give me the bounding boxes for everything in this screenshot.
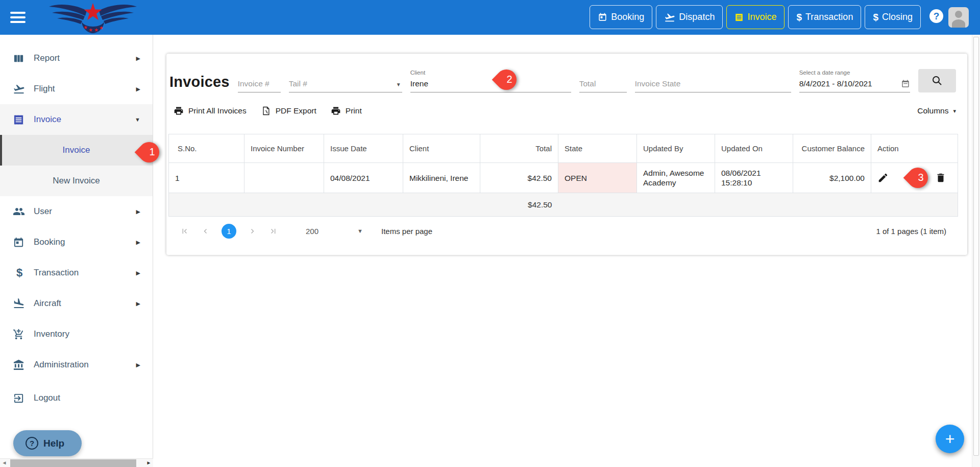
sidebar-subitem-new-invoice[interactable]: New Invoice <box>0 166 153 196</box>
help-label: Help <box>43 438 64 449</box>
print-invoice-icon[interactable] <box>906 172 917 183</box>
chevron-right-icon: ▶ <box>136 362 140 368</box>
flight-land-icon <box>13 297 26 310</box>
tail-dropdown-icon[interactable]: ▼ <box>396 82 401 87</box>
col-client[interactable]: Client <box>403 134 480 163</box>
hamburger-menu-icon[interactable] <box>10 12 26 23</box>
invoices-card: Invoices ▼ Client Select a date range <box>166 54 967 255</box>
col-customer-balance[interactable]: Customer Balance <box>793 134 871 163</box>
cell-invoice-number <box>244 163 324 193</box>
client-input[interactable] <box>410 79 571 88</box>
select-arrow-icon: ▼ <box>357 228 363 234</box>
page-size-select[interactable]: 200 ▼ <box>306 227 363 236</box>
tail-number-input[interactable] <box>289 79 402 88</box>
scroll-left-icon[interactable]: ◄ <box>0 459 9 467</box>
chevron-right-icon: ▶ <box>136 86 140 92</box>
bank-icon <box>13 359 26 371</box>
sidebar-subitem-invoice[interactable]: Invoice <box>0 135 153 166</box>
nav-transaction-button[interactable]: $ Transaction <box>788 5 861 29</box>
selected-indicator <box>0 135 2 166</box>
nav-dispatch-button[interactable]: Dispatch <box>656 5 723 29</box>
summary-row: $42.50 <box>169 193 958 217</box>
calendar-icon[interactable] <box>901 79 910 88</box>
sidebar-report-label: Report <box>34 53 60 63</box>
last-page-icon[interactable] <box>268 226 278 236</box>
sidebar-item-transaction[interactable]: $ Transaction ▶ <box>0 258 153 288</box>
col-invoice-number[interactable]: Invoice Number <box>244 134 324 163</box>
nav-invoice-button[interactable]: Invoice <box>726 5 785 29</box>
total-input[interactable] <box>579 79 627 88</box>
add-invoice-fab[interactable]: + <box>936 425 964 453</box>
items-per-page-label: Items per page <box>381 227 432 236</box>
sidebar-item-invoice[interactable]: Invoice ▼ <box>0 104 153 135</box>
sidebar-item-inventory[interactable]: Inventory <box>0 319 153 349</box>
pdf-export-label: PDF Export <box>276 106 316 115</box>
col-updated-on[interactable]: Updated On <box>715 134 793 163</box>
invoice-number-input[interactable] <box>238 79 281 88</box>
cell-state: OPEN <box>558 163 637 193</box>
search-button[interactable] <box>918 69 956 92</box>
help-circle-icon: ? <box>26 437 38 450</box>
nav-booking-label: Booking <box>611 12 644 22</box>
date-range-label: Select a date range <box>799 69 910 76</box>
sidebar-item-report[interactable]: Report ▶ <box>0 43 153 74</box>
sidebar-item-logout[interactable]: Logout <box>0 383 153 413</box>
sidebar-item-aircraft[interactable]: Aircraft ▶ <box>0 288 153 319</box>
grid-toolbar: Print All Invoices PDF Export Print Colu… <box>174 106 956 116</box>
nav-closing-button[interactable]: $ Closing <box>865 5 921 29</box>
sidebar-invoice-label: Invoice <box>34 114 61 125</box>
logout-icon <box>13 392 26 404</box>
columns-dropdown[interactable]: Columns ▾ <box>917 106 956 115</box>
dropdown-arrow-icon: ▾ <box>953 108 956 114</box>
scroll-right-icon[interactable]: ► <box>144 459 153 467</box>
cell-updated-by: Admin, Awesome Academy <box>637 163 715 193</box>
horizontal-scrollbar[interactable]: ◄ ► <box>0 458 153 467</box>
sidebar-item-flight[interactable]: Flight ▶ <box>0 74 153 104</box>
svg-text:★: ★ <box>94 27 99 33</box>
add-cart-icon <box>13 329 26 340</box>
dollar-icon: $ <box>873 12 878 23</box>
pdf-icon <box>261 106 271 116</box>
svg-text:★: ★ <box>88 27 93 33</box>
invoice-state-input[interactable] <box>635 79 791 88</box>
scrollbar-thumb[interactable] <box>10 459 136 467</box>
print-all-invoices-button[interactable]: Print All Invoices <box>174 106 247 116</box>
help-button[interactable]: ? Help <box>13 430 82 456</box>
nav-dispatch-label: Dispatch <box>679 12 715 22</box>
col-state[interactable]: State <box>558 134 637 163</box>
dollar-icon: $ <box>796 12 802 23</box>
cell-action <box>871 163 958 193</box>
sidebar-subitem-new-invoice-label: New Invoice <box>53 176 100 186</box>
col-total[interactable]: Total <box>480 134 558 163</box>
help-question-icon[interactable]: ? <box>929 9 943 23</box>
filter-bar: Invoices ▼ Client Select a date range <box>169 59 961 92</box>
previous-page-icon[interactable] <box>201 226 210 236</box>
cell-total: $42.50 <box>480 163 558 193</box>
client-filter: Client <box>410 69 571 92</box>
user-avatar[interactable] <box>948 7 969 28</box>
col-sno[interactable]: S.No. <box>169 134 244 163</box>
print-button[interactable]: Print <box>331 106 362 116</box>
next-page-icon[interactable] <box>248 226 257 236</box>
nav-invoice-label: Invoice <box>747 12 776 22</box>
pdf-export-button[interactable]: PDF Export <box>261 106 316 116</box>
sidebar-transaction-label: Transaction <box>34 268 79 278</box>
sidebar-item-administration[interactable]: Administration ▶ <box>0 349 153 380</box>
sidebar-administration-label: Administration <box>34 360 89 370</box>
sidebar-item-user[interactable]: User ▶ <box>0 196 153 227</box>
page-size-value: 200 <box>306 227 318 236</box>
first-page-icon[interactable] <box>180 226 189 236</box>
page-number-button[interactable]: 1 <box>222 224 236 239</box>
cell-customer-balance: $2,100.00 <box>793 163 871 193</box>
sidebar-item-booking[interactable]: Booking ▶ <box>0 227 153 258</box>
date-range-input[interactable] <box>799 79 901 88</box>
vertical-scrollbar[interactable] <box>972 35 980 467</box>
sidebar-flight-label: Flight <box>34 84 55 94</box>
vertical-scrollbar-thumb[interactable] <box>973 37 979 456</box>
col-issue-date[interactable]: Issue Date <box>324 134 403 163</box>
delete-trash-icon[interactable] <box>935 172 946 183</box>
col-updated-by[interactable]: Updated By <box>637 134 715 163</box>
nav-booking-button[interactable]: Booking <box>590 5 652 29</box>
col-action[interactable]: Action <box>871 134 958 163</box>
edit-pencil-icon[interactable] <box>877 172 889 183</box>
